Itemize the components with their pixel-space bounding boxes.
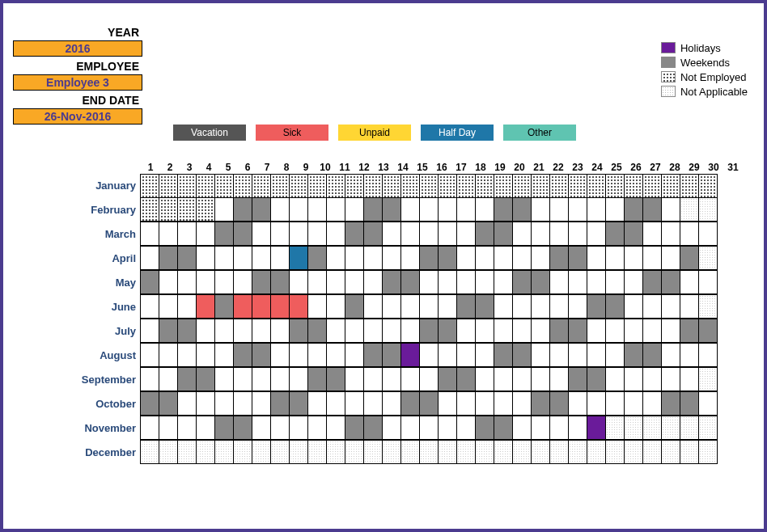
calendar-cell[interactable] <box>494 416 513 440</box>
calendar-cell[interactable] <box>289 270 308 294</box>
calendar-cell[interactable] <box>252 367 271 391</box>
calendar-cell[interactable] <box>512 440 532 464</box>
calendar-cell[interactable] <box>456 246 476 270</box>
calendar-cell[interactable] <box>233 246 252 270</box>
calendar-cell[interactable] <box>196 367 215 391</box>
calendar-cell[interactable] <box>642 294 662 319</box>
calendar-cell[interactable] <box>587 294 606 319</box>
calendar-cell[interactable] <box>214 294 234 319</box>
calendar-cell[interactable] <box>587 222 606 246</box>
calendar-cell[interactable] <box>326 416 345 440</box>
calendar-cell[interactable] <box>642 270 662 294</box>
calendar-cell[interactable] <box>363 174 383 198</box>
calendar-cell[interactable] <box>642 391 662 416</box>
calendar-cell[interactable] <box>494 197 513 222</box>
calendar-cell[interactable] <box>363 343 383 367</box>
calendar-cell[interactable] <box>289 391 308 416</box>
calendar-cell[interactable] <box>400 343 420 367</box>
calendar-cell[interactable] <box>456 174 476 198</box>
calendar-cell[interactable] <box>196 222 215 246</box>
calendar-cell[interactable] <box>494 367 513 391</box>
calendar-cell[interactable] <box>400 270 420 294</box>
calendar-cell[interactable] <box>680 246 699 270</box>
calendar-cell[interactable] <box>159 222 178 246</box>
calendar-cell[interactable] <box>214 343 234 367</box>
calendar-cell[interactable] <box>289 343 308 367</box>
calendar-cell[interactable] <box>624 222 643 246</box>
calendar-cell[interactable] <box>661 319 680 343</box>
employee-select[interactable]: Employee 3 <box>13 74 142 91</box>
calendar-cell[interactable] <box>624 391 643 416</box>
calendar-cell[interactable] <box>289 246 308 270</box>
calendar-cell[interactable] <box>568 440 587 464</box>
calendar-cell[interactable] <box>159 343 178 367</box>
calendar-cell[interactable] <box>214 246 234 270</box>
calendar-cell[interactable] <box>307 367 327 391</box>
calendar-cell[interactable] <box>438 416 457 440</box>
calendar-cell[interactable] <box>531 367 550 391</box>
calendar-cell[interactable] <box>456 440 476 464</box>
calendar-cell[interactable] <box>196 416 215 440</box>
calendar-cell[interactable] <box>233 222 252 246</box>
calendar-cell[interactable] <box>549 222 569 246</box>
calendar-cell[interactable] <box>661 416 680 440</box>
calendar-cell[interactable] <box>698 440 718 464</box>
calendar-cell[interactable] <box>363 367 383 391</box>
calendar-cell[interactable] <box>680 416 699 440</box>
calendar-cell[interactable] <box>568 246 587 270</box>
calendar-cell[interactable] <box>512 174 532 198</box>
calendar-cell[interactable] <box>307 416 327 440</box>
calendar-cell[interactable] <box>549 416 569 440</box>
calendar-cell[interactable] <box>419 343 439 367</box>
calendar-cell[interactable] <box>177 197 197 222</box>
calendar-cell[interactable] <box>475 294 494 319</box>
calendar-cell[interactable] <box>512 391 532 416</box>
calendar-cell[interactable] <box>252 294 271 319</box>
calendar-cell[interactable] <box>512 319 532 343</box>
calendar-cell[interactable] <box>307 343 327 367</box>
calendar-cell[interactable] <box>326 246 345 270</box>
calendar-cell[interactable] <box>345 367 364 391</box>
calendar-cell[interactable] <box>252 343 271 367</box>
calendar-cell[interactable] <box>456 294 476 319</box>
calendar-cell[interactable] <box>531 174 550 198</box>
calendar-cell[interactable] <box>233 319 252 343</box>
calendar-cell[interactable] <box>568 391 587 416</box>
calendar-cell[interactable] <box>140 416 159 440</box>
calendar-cell[interactable] <box>326 391 345 416</box>
calendar-cell[interactable] <box>270 440 290 464</box>
calendar-cell[interactable] <box>438 270 457 294</box>
calendar-cell[interactable] <box>475 270 494 294</box>
calendar-cell[interactable] <box>419 319 439 343</box>
calendar-cell[interactable] <box>587 440 606 464</box>
year-select[interactable]: 2016 <box>13 40 142 57</box>
calendar-cell[interactable] <box>661 246 680 270</box>
calendar-cell[interactable] <box>698 416 718 440</box>
calendar-cell[interactable] <box>382 416 401 440</box>
calendar-cell[interactable] <box>326 367 345 391</box>
calendar-cell[interactable] <box>289 319 308 343</box>
calendar-cell[interactable] <box>531 246 550 270</box>
calendar-cell[interactable] <box>270 174 290 198</box>
calendar-cell[interactable] <box>177 367 197 391</box>
calendar-cell[interactable] <box>140 319 159 343</box>
calendar-cell[interactable] <box>494 246 513 270</box>
calendar-cell[interactable] <box>698 174 718 198</box>
calendar-cell[interactable] <box>642 174 662 198</box>
calendar-cell[interactable] <box>326 197 345 222</box>
calendar-cell[interactable] <box>642 222 662 246</box>
calendar-cell[interactable] <box>196 197 215 222</box>
calendar-cell[interactable] <box>196 319 215 343</box>
calendar-cell[interactable] <box>456 416 476 440</box>
calendar-cell[interactable] <box>233 416 252 440</box>
calendar-cell[interactable] <box>642 319 662 343</box>
calendar-cell[interactable] <box>605 440 625 464</box>
calendar-cell[interactable] <box>382 246 401 270</box>
calendar-cell[interactable] <box>661 222 680 246</box>
calendar-cell[interactable] <box>568 416 587 440</box>
calendar-cell[interactable] <box>270 391 290 416</box>
calendar-cell[interactable] <box>177 174 197 198</box>
calendar-cell[interactable] <box>512 246 532 270</box>
calendar-cell[interactable] <box>252 416 271 440</box>
calendar-cell[interactable] <box>512 222 532 246</box>
